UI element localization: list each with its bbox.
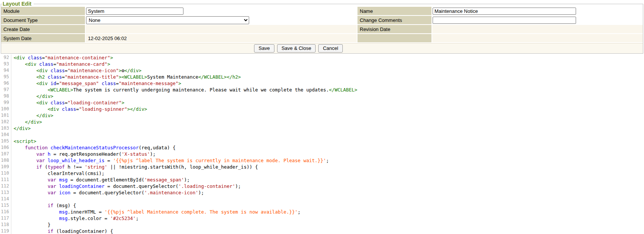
line-number: 106 bbox=[0, 144, 11, 151]
code-content: </div> bbox=[11, 125, 31, 132]
code-line[interactable]: 96 <div id="message_span" class="mainten… bbox=[0, 80, 644, 87]
code-line[interactable]: 109 if (typeof h !== 'string' || !miestr… bbox=[0, 164, 644, 170]
document-type-select[interactable]: None bbox=[86, 16, 249, 24]
system-date-label: System Date bbox=[1, 34, 85, 42]
line-number: 101 bbox=[0, 112, 11, 119]
form-row-create-revision: Create Date Revision Date bbox=[1, 25, 643, 33]
code-content: msg.innerHTML = '{{%pjs ^label Maintenan… bbox=[11, 209, 300, 215]
code-content: var msg = document.getElementById('messa… bbox=[11, 177, 190, 183]
line-number: 104 bbox=[0, 132, 11, 138]
code-content: var loop_while_header_is = '{{%pjs ^labe… bbox=[11, 157, 329, 164]
code-line[interactable]: 114 bbox=[0, 196, 644, 202]
code-line[interactable]: 112 var loadingContainer = document.quer… bbox=[0, 183, 644, 189]
code-line[interactable]: 104 bbox=[0, 132, 644, 138]
line-number: 115 bbox=[0, 202, 11, 209]
code-editor[interactable]: 92<div class="maintenance-container">93 … bbox=[0, 54, 644, 234]
code-line[interactable]: 105<script> bbox=[0, 138, 644, 144]
code-content: <div id="message_span" class="maintenanc… bbox=[11, 80, 181, 87]
code-content: clearInterval(cmsi); bbox=[11, 170, 105, 177]
code-content: </div> bbox=[11, 93, 53, 99]
code-content: } bbox=[11, 222, 51, 228]
create-date-value bbox=[86, 25, 357, 33]
create-date-label: Create Date bbox=[1, 25, 85, 33]
form-row-doctype-comments: Document Type None Change Comments bbox=[1, 16, 643, 24]
code-line[interactable]: 92<div class="maintenance-container"> bbox=[0, 54, 644, 61]
code-content: msg.style.color = '#2c5234'; bbox=[11, 215, 139, 222]
line-number: 94 bbox=[0, 67, 11, 74]
code-line[interactable]: 93 <div class="maintenance-card"> bbox=[0, 61, 644, 67]
code-line[interactable]: 103</div> bbox=[0, 125, 644, 132]
change-comments-label: Change Comments bbox=[357, 16, 431, 24]
code-content: if (typeof h !== 'string' || !miestring.… bbox=[11, 164, 258, 170]
line-number: 98 bbox=[0, 93, 11, 99]
line-number: 113 bbox=[0, 189, 11, 196]
code-content: var loadingContainer = document.querySel… bbox=[11, 183, 241, 189]
code-line[interactable]: 95 <h2 class="maintenance-title"><WCLABE… bbox=[0, 74, 644, 80]
form-row-system-date: System Date 12-02-2025 06:02 bbox=[1, 34, 643, 42]
module-input[interactable] bbox=[86, 8, 183, 15]
layout-edit-panel: Layout Edit Module Name Document Type No… bbox=[1, 1, 643, 54]
revision-date-label: Revision Date bbox=[357, 25, 431, 33]
save-and-close-button[interactable]: Save & Close bbox=[277, 44, 316, 53]
code-line[interactable]: 97 <WCLABEL>The system is currently unde… bbox=[0, 87, 644, 93]
line-number: 109 bbox=[0, 164, 11, 170]
code-content: <div class="loading-spinner"></div> bbox=[11, 106, 147, 112]
code-line[interactable]: 94 <div class="maintenance-icon">⚙</div> bbox=[0, 67, 644, 74]
line-number: 117 bbox=[0, 215, 11, 222]
line-number: 93 bbox=[0, 61, 11, 67]
page-title: Layout Edit bbox=[2, 1, 34, 7]
code-content: </div> bbox=[11, 112, 53, 119]
code-line[interactable]: 116 msg.innerHTML = '{{%pjs ^label Maint… bbox=[0, 209, 644, 215]
form-row-module-name: Module Name bbox=[1, 7, 643, 15]
code-line[interactable]: 99 <div class="loading-container"> bbox=[0, 99, 644, 106]
layout-edit-form: Module Name Document Type None Change Co… bbox=[1, 7, 643, 42]
name-input[interactable] bbox=[433, 8, 576, 15]
code-line[interactable]: 102 </div> bbox=[0, 119, 644, 125]
code-content: <div class="loading-container"> bbox=[11, 99, 125, 106]
code-line[interactable]: 113 var icon = document.querySelector('.… bbox=[0, 189, 644, 196]
form-buttons-bar: Save Save & Close Cancel bbox=[1, 43, 643, 53]
line-number: 114 bbox=[0, 196, 11, 202]
line-number: 107 bbox=[0, 151, 11, 157]
line-number: 112 bbox=[0, 183, 11, 189]
code-line[interactable]: 98 </div> bbox=[0, 93, 644, 99]
line-number: 92 bbox=[0, 54, 11, 61]
line-number: 99 bbox=[0, 99, 11, 106]
code-line[interactable]: 106 function checkMaintenanceStatusProce… bbox=[0, 144, 644, 151]
line-number: 105 bbox=[0, 138, 11, 144]
empty-value-cell bbox=[432, 34, 643, 42]
code-content: <div class="maintenance-card"> bbox=[11, 61, 110, 67]
code-line[interactable]: 107 var h = req.getResponseHeader('X-sta… bbox=[0, 151, 644, 157]
cancel-button[interactable]: Cancel bbox=[318, 44, 342, 53]
line-number: 102 bbox=[0, 119, 11, 125]
line-number: 103 bbox=[0, 125, 11, 132]
line-number: 111 bbox=[0, 177, 11, 183]
code-line[interactable]: 118 } bbox=[0, 222, 644, 228]
module-label: Module bbox=[1, 7, 85, 15]
system-date-value: 12-02-2025 06:02 bbox=[86, 34, 357, 42]
document-type-label: Document Type bbox=[1, 16, 85, 24]
code-line[interactable]: 115 if (msg) { bbox=[0, 202, 644, 209]
save-button[interactable]: Save bbox=[254, 44, 274, 53]
change-comments-input[interactable] bbox=[433, 17, 576, 24]
code-content: function checkMaintenanceStatusProcessor… bbox=[11, 144, 176, 151]
code-content: <div class="maintenance-container"> bbox=[11, 54, 113, 61]
code-content: if (msg) { bbox=[11, 202, 76, 209]
line-number: 108 bbox=[0, 157, 11, 164]
code-line[interactable]: 110 clearInterval(cmsi); bbox=[0, 170, 644, 177]
code-content: </div> bbox=[11, 119, 42, 125]
code-content bbox=[11, 196, 14, 202]
code-content: <h2 class="maintenance-title"><WCLABEL>S… bbox=[11, 74, 241, 80]
code-content: <div class="maintenance-icon">⚙</div> bbox=[11, 67, 142, 74]
code-line[interactable]: 101 </div> bbox=[0, 112, 644, 119]
line-number: 110 bbox=[0, 170, 11, 177]
empty-label-cell bbox=[357, 34, 431, 42]
code-line[interactable]: 108 var loop_while_header_is = '{{%pjs ^… bbox=[0, 157, 644, 164]
code-line[interactable]: 100 <div class="loading-spinner"></div> bbox=[0, 106, 644, 112]
code-line[interactable]: 111 var msg = document.getElementById('m… bbox=[0, 177, 644, 183]
line-number: 96 bbox=[0, 80, 11, 87]
code-line[interactable]: 117 msg.style.color = '#2c5234'; bbox=[0, 215, 644, 222]
line-number: 118 bbox=[0, 222, 11, 228]
revision-date-value bbox=[432, 25, 643, 33]
code-line[interactable]: 119 if (loadingContainer) { bbox=[0, 228, 644, 234]
